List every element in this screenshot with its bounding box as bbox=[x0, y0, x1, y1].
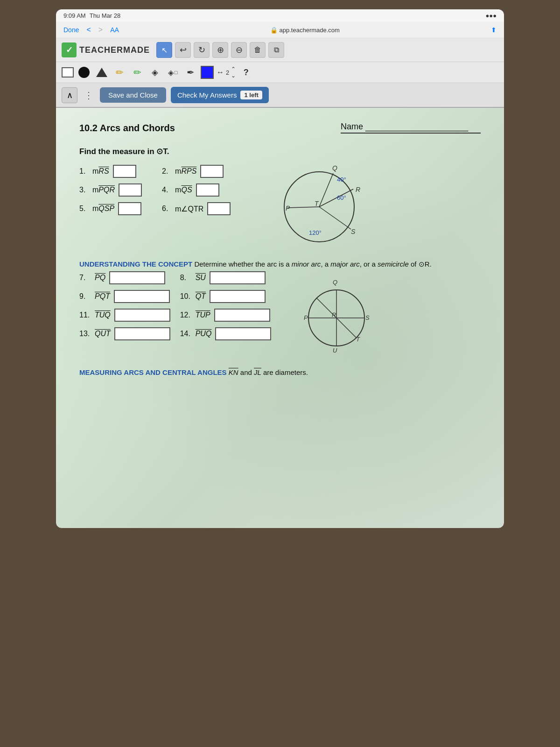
time: 9:09 AM bbox=[63, 12, 86, 19]
done-button[interactable]: Done bbox=[63, 26, 79, 34]
svg-text:T: T bbox=[356, 336, 360, 343]
rect-tool[interactable] bbox=[62, 67, 74, 78]
section-instruction: Find the measure in ⊙T. bbox=[79, 147, 481, 156]
help-button[interactable]: ? bbox=[238, 65, 253, 80]
problem-14: 14. PUQ bbox=[180, 327, 272, 340]
aa-button[interactable]: AA bbox=[110, 26, 119, 34]
answer-1[interactable] bbox=[113, 165, 136, 178]
problem-13: 13. QUT bbox=[79, 327, 171, 340]
circle-tool[interactable] bbox=[77, 65, 91, 80]
answer-8[interactable] bbox=[210, 271, 266, 284]
understanding-title: UNDERSTANDING THE CONCEPT Determine whet… bbox=[79, 260, 481, 268]
problem-4: 4. mQS bbox=[162, 183, 231, 197]
svg-text:S: S bbox=[351, 228, 356, 235]
svg-text:120°: 120° bbox=[309, 229, 322, 236]
problem-1: 1. mRS bbox=[79, 165, 148, 178]
save-close-button[interactable]: Save and Close bbox=[100, 87, 166, 103]
logo-area: ✓ TEACHERMADE bbox=[62, 42, 150, 57]
triangle-tool[interactable] bbox=[94, 65, 109, 80]
svg-text:Q: Q bbox=[333, 279, 337, 286]
answers-badge: 1 left bbox=[240, 91, 262, 99]
svg-text:40°: 40° bbox=[337, 176, 346, 183]
more-options[interactable]: ⋮ bbox=[82, 87, 95, 103]
redo-tool[interactable]: ↻ bbox=[194, 42, 210, 58]
action-toolbar: ∧ ⋮ Save and Close Check My Answers 1 le… bbox=[56, 83, 504, 108]
worksheet-header: 10.2 Arcs and Chords Name ______________… bbox=[79, 122, 481, 134]
toolbar-main: ✓ TEACHERMADE ↖ ↩ ↻ ⊕ ⊖ 🗑 ⧉ bbox=[56, 38, 504, 62]
line-tool[interactable]: ✒ bbox=[183, 65, 198, 80]
answer-12[interactable] bbox=[214, 309, 270, 322]
zoom-in-tool[interactable]: ⊕ bbox=[212, 42, 228, 58]
answer-4[interactable] bbox=[196, 183, 219, 197]
select-tool[interactable]: ↖ bbox=[156, 42, 172, 58]
forward-button[interactable]: > bbox=[98, 26, 103, 34]
share-icon[interactable]: ⬆ bbox=[491, 26, 497, 34]
pen-tool[interactable]: ✏ bbox=[112, 65, 127, 80]
answer-7[interactable] bbox=[109, 271, 165, 284]
logo-text: TEACHERMADE bbox=[79, 45, 150, 55]
problem-8: 8. SU bbox=[180, 271, 272, 284]
answer-5[interactable] bbox=[118, 202, 141, 215]
section-find-measure: Find the measure in ⊙T. 1. mRS bbox=[79, 147, 481, 251]
svg-text:U: U bbox=[333, 347, 337, 354]
delete-tool[interactable]: 🗑 bbox=[250, 42, 266, 58]
understanding-section: UNDERSTANDING THE CONCEPT Determine whet… bbox=[79, 260, 481, 357]
svg-text:S: S bbox=[365, 314, 370, 321]
svg-line-8 bbox=[319, 207, 351, 229]
back-button[interactable]: < bbox=[86, 26, 91, 34]
problem-7: 7. PQ bbox=[79, 271, 171, 284]
copy-tool[interactable]: ⧉ bbox=[268, 42, 284, 58]
date: Thu Mar 28 bbox=[90, 12, 120, 19]
check-answers-label: Check My Answers bbox=[177, 91, 237, 99]
signal: ●●● bbox=[485, 12, 497, 19]
eraser-tool[interactable]: ◈ bbox=[147, 65, 162, 80]
problems-2: 7. PQ 8. SU 9. PQT bbox=[79, 271, 271, 340]
svg-text:P: P bbox=[286, 204, 290, 212]
svg-line-7 bbox=[319, 189, 353, 207]
svg-text:Q: Q bbox=[332, 164, 337, 172]
svg-text:P: P bbox=[304, 314, 308, 321]
arrow-width: ↔ 2 ⌃⌄ bbox=[217, 66, 236, 79]
answer-13[interactable] bbox=[114, 327, 170, 340]
collapse-button[interactable]: ∧ bbox=[62, 87, 77, 103]
lock-icon: 🔒 bbox=[270, 27, 278, 34]
problem-10: 10. QT bbox=[180, 290, 272, 303]
color-blue[interactable] bbox=[201, 66, 214, 79]
shapes-toolbar: ✏ ✏ ◈ ◈□ ✒ ↔ 2 ⌃⌄ ? bbox=[56, 62, 504, 83]
diagram-2: R Q P S U T bbox=[299, 271, 374, 357]
problem-6: 6. m∠QTR bbox=[162, 202, 231, 215]
url-bar[interactable]: 🔒 app.teachermade.com bbox=[126, 27, 483, 34]
problems-left: 1. mRS 2. mRPS 3. mPQ bbox=[79, 165, 231, 221]
answer-6[interactable] bbox=[207, 202, 231, 215]
diagram-1: T Q R S P bbox=[268, 155, 361, 251]
check-answers-button[interactable]: Check My Answers 1 left bbox=[171, 87, 269, 103]
answer-10[interactable] bbox=[210, 290, 266, 303]
problem-5: 5. mQSP bbox=[79, 202, 148, 215]
status-bar: 9:09 AM Thu Mar 28 ●●● bbox=[56, 9, 504, 22]
answer-2[interactable] bbox=[200, 165, 224, 178]
measuring-section: MEASURING ARCS AND CENTRAL ANGLES KN and… bbox=[79, 368, 481, 376]
svg-text:T: T bbox=[315, 200, 319, 207]
problem-11: 11. TUQ bbox=[79, 309, 171, 322]
worksheet: 10.2 Arcs and Chords Name ______________… bbox=[79, 122, 481, 376]
svg-text:R: R bbox=[356, 186, 360, 193]
zoom-out-tool[interactable]: ⊖ bbox=[231, 42, 247, 58]
svg-line-9 bbox=[287, 207, 319, 208]
fill-tool[interactable]: ◈□ bbox=[165, 65, 180, 80]
answer-14[interactable] bbox=[215, 327, 271, 340]
answer-11[interactable] bbox=[114, 309, 170, 322]
browser-bar: Done < > AA 🔒 app.teachermade.com ⬆ bbox=[56, 22, 504, 38]
problem-3: 3. mPQR bbox=[79, 183, 148, 197]
width-value: 2 bbox=[226, 69, 229, 76]
problem-2: 2. mRPS bbox=[162, 165, 231, 178]
svg-line-6 bbox=[319, 173, 333, 207]
answer-3[interactable] bbox=[119, 183, 142, 197]
problem-9: 9. PQT bbox=[79, 290, 171, 303]
answer-9[interactable] bbox=[114, 290, 170, 303]
undo-tool[interactable]: ↩ bbox=[175, 42, 191, 58]
svg-text:60°: 60° bbox=[337, 194, 346, 201]
measuring-title: MEASURING ARCS AND CENTRAL ANGLES KN and… bbox=[79, 368, 481, 376]
problem-12: 12. TUP bbox=[180, 309, 272, 322]
pencil-tool[interactable]: ✏ bbox=[130, 65, 145, 80]
name-field: Name ______________________ bbox=[341, 122, 481, 134]
